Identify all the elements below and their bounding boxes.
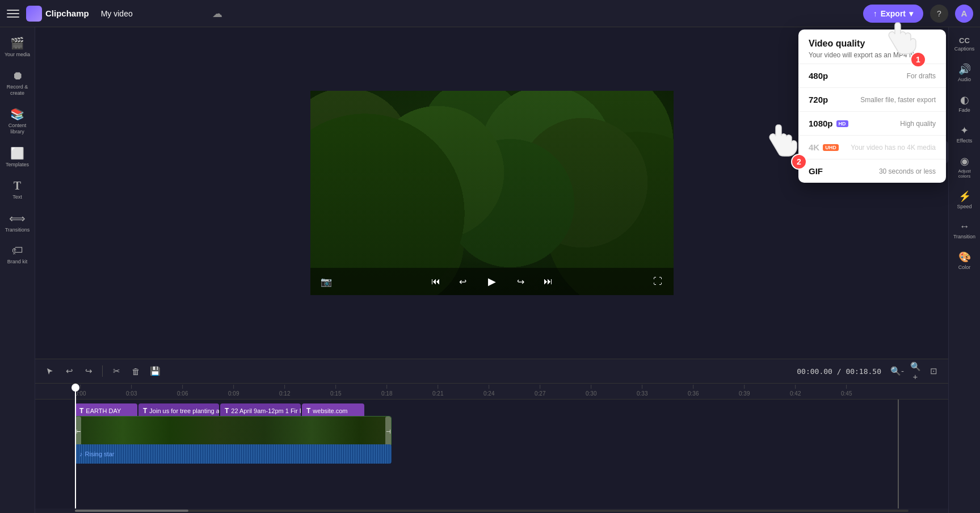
timeline-controls-bar: ↩ ↪ ✂ 🗑 💾 00:00.00 / 00:18.50 🔍- 🔍+ ⊡ — [35, 359, 948, 384]
redo-button[interactable]: ↪ — [81, 363, 96, 379]
project-name-input[interactable] — [96, 6, 205, 21]
fast-forward-button[interactable]: ↪ — [512, 272, 530, 291]
time-display: 00:00.00 / 00:18.50 — [797, 367, 881, 376]
export-icon: ↑ — [873, 9, 877, 18]
account-button[interactable]: A — [955, 5, 973, 23]
timeline-scrollbar[interactable] — [35, 508, 948, 513]
audio-label: ♪ Rising star — [79, 451, 114, 457]
timeline-end-marker — [898, 400, 899, 508]
zoom-in-button[interactable]: 🔍+ — [907, 363, 923, 379]
fullscreen-button[interactable]: ⛶ — [649, 272, 667, 291]
divider-1 — [102, 365, 103, 377]
right-sidebar-item-transition[interactable]: ↔ Transition — [950, 216, 979, 244]
media-icon: 🎬 — [10, 36, 24, 50]
ruler-tick-15: 0:45 — [841, 390, 852, 397]
fade-icon: ◐ — [960, 94, 969, 106]
scroll-track — [75, 510, 909, 512]
music-icon: ♪ — [79, 451, 83, 457]
quality-option-1080p[interactable]: 1080p HD High quality — [798, 112, 946, 136]
ruler-tick-10: 0:30 — [586, 390, 596, 397]
video-frame: 📷 ⏮ ↩ ▶ ↪ ⏭ ⛶ — [310, 91, 674, 295]
save-button[interactable]: 💾 — [147, 363, 163, 379]
transitions-icon: ⟺ — [9, 212, 26, 225]
uhd-badge: UHD — [823, 144, 839, 151]
logo[interactable]: Clipchamp — [26, 6, 89, 22]
timeline-area[interactable]: 0:00 0:03 0:06 0:09 0:12 0:15 0:18 0:21 … — [35, 384, 948, 508]
sidebar-item-text[interactable]: T Text — [2, 175, 33, 205]
menu-icon[interactable] — [7, 7, 19, 20]
export-button[interactable]: ↑ Export ▾ — [863, 5, 923, 23]
sidebar-item-brand-kit[interactable]: 🏷 Brand kit — [2, 239, 33, 270]
video-track: ⊢ ⊣ — [75, 421, 948, 441]
record-icon: ⏺ — [12, 69, 23, 82]
cut-button[interactable]: ✂ — [108, 363, 124, 379]
export-dropdown: Video quality Your video will export as … — [798, 30, 946, 183]
quality-option-4k[interactable]: 4K UHD Your video has no 4K media — [798, 136, 946, 159]
topbar-left: Clipchamp ☁ — [7, 6, 222, 22]
right-sidebar: CC Captions 🔊 Audio ◐ Fade ✦ Effects ◉ A… — [948, 27, 980, 513]
play-button[interactable]: ▶ — [481, 271, 503, 292]
adjust-colors-icon: ◉ — [960, 155, 969, 167]
undo-button[interactable]: ↩ — [61, 363, 77, 379]
quality-option-480p[interactable]: 480p For drafts — [798, 64, 946, 88]
app-name: Clipchamp — [45, 9, 89, 18]
video-background — [310, 91, 674, 295]
topbar-right: ↑ Export ▾ ? A — [863, 5, 973, 23]
timeline-ruler: 0:00 0:03 0:06 0:09 0:12 0:15 0:18 0:21 … — [35, 384, 948, 400]
ruler-tick-6: 0:18 — [381, 390, 392, 397]
text-icon: T — [14, 179, 21, 192]
zoom-out-button[interactable]: 🔍- — [889, 363, 905, 379]
effects-icon: ✦ — [960, 124, 969, 137]
sidebar-item-templates[interactable]: ⬜ Templates — [2, 142, 33, 173]
select-tool-button[interactable] — [42, 363, 58, 379]
ruler-tick-9: 0:27 — [535, 390, 545, 397]
ruler-tick-2: 0:06 — [177, 390, 188, 397]
sidebar-item-transitions[interactable]: ⟺ Transitions — [2, 207, 33, 238]
sidebar-item-record-create[interactable]: ⏺ Record &create — [2, 65, 33, 101]
right-sidebar-item-captions[interactable]: CC Captions — [950, 32, 979, 56]
video-clip[interactable]: ⊢ ⊣ — [75, 416, 392, 447]
quality-option-720p[interactable]: 720p Smaller file, faster export — [798, 88, 946, 112]
audio-clip[interactable]: ♪ Rising star — [75, 444, 392, 464]
ruler-tick-3: 0:09 — [228, 390, 239, 397]
right-sidebar-item-color[interactable]: 🎨 Color — [950, 246, 979, 275]
ruler-tick-11: 0:33 — [637, 390, 647, 397]
ruler-tick-13: 0:39 — [739, 390, 750, 397]
video-thumbnail — [75, 417, 391, 446]
playhead-head — [71, 384, 79, 392]
color-icon: 🎨 — [958, 251, 971, 263]
sidebar-item-your-media[interactable]: 🎬 Your media — [2, 32, 33, 62]
screenshot-button[interactable]: 📷 — [317, 272, 335, 291]
timeline-tracks: T EARTH DAY T Join us for tree planting … — [35, 400, 948, 468]
right-sidebar-item-effects[interactable]: ✦ Effects — [950, 120, 979, 148]
trim-handle-right[interactable]: ⊣ — [385, 417, 391, 446]
right-sidebar-item-fade[interactable]: ◐ Fade — [950, 89, 979, 117]
skip-back-button[interactable]: ⏮ — [427, 272, 445, 291]
right-sidebar-item-adjust-colors[interactable]: ◉ Adjustcolors — [950, 150, 979, 183]
topbar: Clipchamp ☁ ↑ Export ▾ ? A — [0, 0, 980, 27]
skip-forward-button[interactable]: ⏭ — [539, 272, 557, 291]
playhead[interactable] — [75, 384, 76, 508]
brand-icon: 🏷 — [12, 244, 23, 257]
export-dropdown-subtitle: Your video will export as an MP4 file — [809, 51, 936, 59]
scroll-thumb[interactable] — [75, 510, 188, 512]
templates-icon: ⬜ — [10, 146, 24, 160]
rewind-button[interactable]: ↩ — [454, 272, 472, 291]
export-dropdown-title: Video quality — [809, 39, 936, 49]
ruler-tick-8: 0:24 — [483, 390, 494, 397]
delete-button[interactable]: 🗑 — [128, 363, 144, 379]
speed-icon: ⚡ — [958, 190, 971, 203]
audio-track: ♪ Rising star — [75, 444, 948, 464]
export-chevron-icon: ▾ — [909, 9, 913, 18]
quality-option-gif[interactable]: GIF 30 seconds or less — [798, 159, 946, 183]
ruler-tick-1: 0:03 — [126, 390, 137, 397]
trim-handle-left[interactable]: ⊢ — [75, 417, 81, 446]
sidebar-item-content-library[interactable]: 📚 Contentlibrary — [2, 103, 33, 140]
left-sidebar: 🎬 Your media ⏺ Record &create 📚 Contentl… — [0, 27, 35, 513]
fit-timeline-button[interactable]: ⊡ — [926, 363, 941, 379]
captions-icon: CC — [959, 36, 970, 45]
help-button[interactable]: ? — [930, 5, 948, 23]
right-sidebar-item-audio[interactable]: 🔊 Audio — [950, 58, 979, 87]
right-sidebar-item-speed[interactable]: ⚡ Speed — [950, 186, 979, 214]
ruler-tick-5: 0:15 — [330, 390, 341, 397]
